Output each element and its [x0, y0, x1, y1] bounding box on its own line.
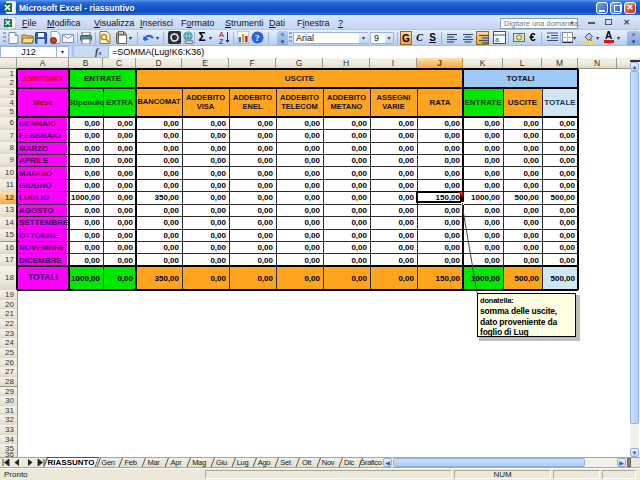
svg-text:Z: Z: [219, 38, 224, 44]
svg-text:A: A: [219, 31, 224, 38]
svg-text:a: a: [495, 36, 499, 43]
svg-text:?: ?: [255, 33, 260, 43]
